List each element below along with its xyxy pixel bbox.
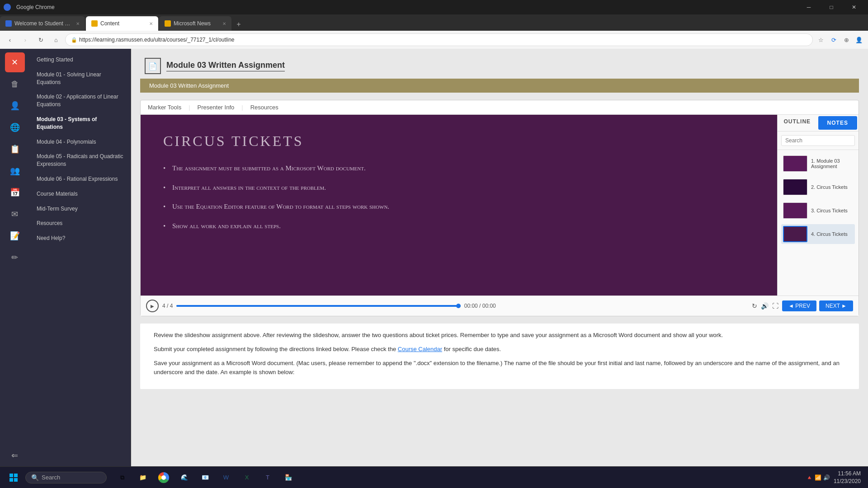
sidebar-item-course-materials[interactable]: Course Materials xyxy=(29,187,131,202)
notes-search-container xyxy=(778,131,859,150)
slide-thumb-1[interactable]: 1. Module 03 Assignment xyxy=(781,154,855,174)
collections-icon[interactable]: ⊕ xyxy=(841,34,852,45)
close-button[interactable]: ✕ xyxy=(844,0,864,14)
sidebar-item-module01[interactable]: Module 01 - Solving Linear Equations xyxy=(29,67,131,90)
taskbar-app-word[interactable]: W xyxy=(216,468,236,488)
tab-content[interactable]: Content ✕ xyxy=(86,16,158,31)
address-bar[interactable]: 🔒 https://learning.rasmussen.edu/ultra/c… xyxy=(65,33,813,46)
taskbar-app-edge[interactable]: 🌊 xyxy=(175,468,194,488)
resources-button[interactable]: Resources xyxy=(250,104,278,111)
sidebar-item-getting-started[interactable]: Getting Started xyxy=(29,52,131,67)
tabs-bar: Welcome to Student Portal ✕ Content ✕ Mi… xyxy=(0,14,868,31)
edit-icon-button[interactable]: ✏ xyxy=(5,248,25,267)
progress-bar[interactable] xyxy=(176,305,460,307)
logout-icon-button[interactable]: ⇐ xyxy=(5,446,25,465)
time-display: 00:00 / 00:00 xyxy=(464,303,748,309)
minimize-button[interactable]: ─ xyxy=(798,0,819,14)
tab-favicon-2 xyxy=(91,20,98,27)
presenter-info-button[interactable]: Presenter Info xyxy=(198,104,235,111)
search-label: Search xyxy=(42,474,60,481)
docs-icon-button[interactable]: 📋 xyxy=(5,139,25,159)
page-title: Module 03 Written Assignment xyxy=(166,61,285,71)
taskbar-app-chrome[interactable] xyxy=(154,468,174,488)
profile-sync-icon[interactable]: ⟳ xyxy=(828,34,839,45)
refresh-playback-icon[interactable]: ↻ xyxy=(752,302,757,310)
user-icon-button[interactable]: 👤 xyxy=(5,96,25,116)
sidebar-item-need-help[interactable]: Need Help? xyxy=(29,231,131,246)
taskbar-app-excel[interactable]: X xyxy=(237,468,257,488)
sidebar-item-module03[interactable]: Module 03 - Systems of Equations xyxy=(29,112,131,135)
browser-logo xyxy=(4,4,11,11)
taskbar-app-explorer[interactable]: 📁 xyxy=(133,468,153,488)
sidebar-item-module06[interactable]: Module 06 - Rational Expressions xyxy=(29,172,131,187)
user-profile-icon[interactable]: 👤 xyxy=(854,34,864,45)
taskbar-search[interactable]: 🔍 Search xyxy=(25,472,107,483)
text-paragraph-3: Save your assignment as a Microsoft Word… xyxy=(154,359,845,378)
address-icons: ☆ ⟳ ⊕ 👤 xyxy=(816,34,864,45)
back-button[interactable]: ‹ xyxy=(4,33,16,46)
svg-rect-1 xyxy=(14,474,18,477)
maximize-button[interactable]: □ xyxy=(821,0,842,14)
course-calendar-link[interactable]: Course Calendar xyxy=(398,346,442,352)
windows-logo-icon xyxy=(9,473,18,482)
sidebar-item-module02[interactable]: Module 02 - Applications of Linear Equat… xyxy=(29,89,131,112)
browser-title: Google Chrome xyxy=(16,4,55,10)
fullscreen-icon[interactable]: ⛶ xyxy=(772,302,778,310)
slide-thumbnail-list: 1. Module 03 Assignment 2. Circus Ticket… xyxy=(778,150,859,248)
marker-tools-button[interactable]: Marker Tools xyxy=(148,104,181,111)
taskbar-app-multidesktop[interactable]: ⧉ xyxy=(112,468,132,488)
taskbar-app-store[interactable]: 🏪 xyxy=(278,468,298,488)
tab-news[interactable]: Microsoft News ✕ xyxy=(159,16,231,31)
prev-button[interactable]: ◄ PREV xyxy=(782,300,816,311)
sidebar-item-midterm[interactable]: Mid-Term Survey xyxy=(29,202,131,216)
tab-student-portal[interactable]: Welcome to Student Portal ✕ xyxy=(0,16,85,31)
presentation-body: CIRCUS TICKETS The assignment must be su… xyxy=(141,115,859,296)
tab-favicon-1 xyxy=(5,20,12,27)
taskbar-right: 🔺 📶 🔊 11:56 AM 11/23/2020 xyxy=(806,470,864,485)
group-icon-button[interactable]: 👥 xyxy=(5,161,25,181)
tab-close-3[interactable]: ✕ xyxy=(222,21,226,26)
tab-label-2: Content xyxy=(100,20,119,27)
thumb-label-3: 3. Circus Tickets xyxy=(811,208,848,213)
toolbar-divider-1: | xyxy=(189,104,190,111)
content-header: 📄 Module 03 Written Assignment xyxy=(131,49,868,79)
outline-tab[interactable]: OUTLINE xyxy=(778,115,817,131)
taskbar: 🔍 Search ⧉ 📁 🌊 📧 W X T 🏪 🔺 📶 🔊 11:56 AM … xyxy=(0,466,868,488)
system-tray: 🔺 📶 🔊 xyxy=(806,474,830,481)
taskbar-app-teams[interactable]: T xyxy=(258,468,278,488)
slide-thumb-2[interactable]: 2. Circus Tickets xyxy=(781,177,855,197)
notes-icon-button[interactable]: 📝 xyxy=(5,226,25,246)
sidebar-item-module04[interactable]: Module 04 - Polynomials xyxy=(29,135,131,150)
globe-icon-button[interactable]: 🌐 xyxy=(5,117,25,137)
forward-button[interactable]: › xyxy=(19,33,32,46)
slide-counter: 4 / 4 xyxy=(162,303,173,309)
taskbar-app-outlook[interactable]: 📧 xyxy=(195,468,215,488)
nav-buttons: ◄ PREV NEXT ► xyxy=(782,300,853,311)
sidebar-item-resources[interactable]: Resources xyxy=(29,216,131,231)
progress-dot xyxy=(456,304,461,308)
sidebar-item-module05[interactable]: Module 05 - Radicals and Quadratic Expre… xyxy=(29,149,131,172)
slide-thumb-4[interactable]: 4. Circus Tickets xyxy=(781,224,855,244)
volume-icon[interactable]: 🔊 xyxy=(761,302,769,310)
chrome-icon-inner xyxy=(161,475,166,480)
notes-search-input[interactable] xyxy=(781,135,855,146)
new-tab-button[interactable]: + xyxy=(232,18,245,31)
refresh-button[interactable]: ↻ xyxy=(34,33,47,46)
calendar-icon-button[interactable]: 📅 xyxy=(5,183,25,202)
start-button[interactable] xyxy=(4,468,24,488)
trash-icon-button[interactable]: 🗑 xyxy=(5,74,25,94)
play-button[interactable]: ▶ xyxy=(146,300,159,312)
tab-close-2[interactable]: ✕ xyxy=(149,21,153,26)
bookmark-icon[interactable]: ☆ xyxy=(816,34,826,45)
left-sidebar: ✕ 🗑 👤 🌐 📋 👥 📅 ✉ 📝 ✏ ⇐ Priv. Terr. xyxy=(0,49,29,488)
mail-icon-button[interactable]: ✉ xyxy=(5,204,25,224)
slide-thumb-3[interactable]: 3. Circus Tickets xyxy=(781,201,855,221)
home-button[interactable]: ⌂ xyxy=(50,33,62,46)
tab-close-1[interactable]: ✕ xyxy=(76,21,80,26)
close-panel-button[interactable]: ✕ xyxy=(5,52,25,72)
tab-favicon-3 xyxy=(165,20,171,27)
next-button[interactable]: NEXT ► xyxy=(819,300,853,311)
svg-rect-0 xyxy=(9,474,13,477)
notes-tab[interactable]: NOTES xyxy=(818,116,858,130)
taskbar-clock[interactable]: 11:56 AM 11/23/2020 xyxy=(834,470,861,485)
